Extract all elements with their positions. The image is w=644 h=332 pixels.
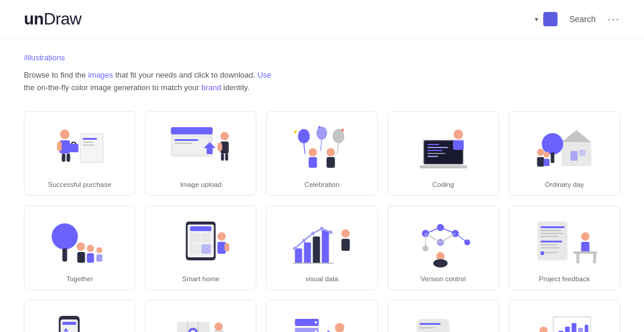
svg-rect-146	[416, 319, 449, 332]
svg-rect-112	[576, 254, 579, 263]
card-image-visual-data	[274, 216, 370, 269]
header-controls: ▼ Search ···	[534, 12, 620, 26]
svg-rect-111	[573, 251, 597, 254]
svg-point-82	[329, 230, 333, 234]
svg-marker-46	[561, 130, 591, 142]
svg-point-83	[342, 229, 350, 238]
card-celebration[interactable]: Celebration	[266, 111, 377, 196]
card-image-upload[interactable]: Image upload	[145, 111, 256, 196]
svg-rect-18	[218, 143, 222, 151]
description: Browse to find the images that fit your …	[24, 69, 310, 94]
svg-point-57	[77, 242, 85, 251]
svg-rect-72	[225, 243, 230, 251]
svg-rect-31	[294, 130, 297, 133]
breadcrumb: /illustrations	[24, 53, 620, 62]
svg-rect-60	[87, 253, 94, 263]
card-image-growth-analytics	[516, 310, 612, 332]
svg-rect-28	[309, 157, 317, 168]
svg-rect-44	[453, 140, 463, 150]
svg-point-79	[302, 239, 306, 242]
card-label-project-feedback: Project feedback	[516, 275, 612, 282]
card-smart-home[interactable]: Smart home	[145, 205, 256, 290]
svg-point-51	[537, 149, 544, 156]
svg-rect-113	[593, 254, 596, 263]
svg-rect-73	[295, 248, 302, 263]
card-image-ordinary-day	[516, 121, 612, 175]
card-quick-chat[interactable]: Quick chat	[388, 300, 499, 332]
card-image-my-current-location	[153, 310, 249, 332]
svg-line-95	[455, 233, 467, 242]
svg-point-167	[539, 327, 547, 332]
svg-rect-41	[427, 156, 438, 157]
svg-rect-19	[221, 153, 224, 161]
svg-rect-163	[571, 323, 576, 332]
svg-point-49	[541, 133, 563, 155]
svg-point-5	[60, 130, 70, 139]
card-label-coding: Coding	[395, 181, 491, 188]
card-version-control[interactable]: Version control	[388, 205, 499, 290]
svg-rect-40	[427, 153, 445, 154]
svg-rect-54	[543, 159, 549, 166]
card-label-successful-purchase: Successful purchase	[32, 181, 128, 188]
svg-rect-100	[540, 226, 564, 228]
card-ordinary-day[interactable]: Ordinary day	[509, 111, 620, 196]
card-visual-data[interactable]: visual data	[266, 205, 377, 290]
svg-rect-76	[322, 230, 329, 263]
svg-point-109	[581, 232, 589, 241]
card-my-current-location[interactable]: My current location	[145, 300, 256, 332]
svg-rect-74	[304, 242, 311, 263]
svg-rect-69	[202, 244, 211, 254]
svg-rect-10	[69, 144, 79, 152]
card-image-server-push	[274, 310, 370, 332]
card-growth-analytics[interactable]: Growth analytics	[509, 300, 620, 332]
svg-rect-110	[581, 242, 589, 253]
svg-rect-3	[83, 142, 94, 143]
svg-rect-162	[565, 327, 569, 332]
card-project-feedback[interactable]: Project feedback	[509, 205, 620, 290]
card-image-successful-purchase	[32, 121, 128, 175]
card-label-version-control: Version control	[395, 275, 491, 282]
card-together[interactable]: Together	[24, 205, 135, 290]
svg-point-29	[327, 148, 335, 156]
search-button[interactable]: Search	[565, 12, 600, 26]
svg-rect-39	[427, 150, 442, 151]
card-server-push[interactable]: Server push	[266, 300, 377, 332]
images-link[interactable]: images	[88, 70, 113, 79]
svg-rect-67	[202, 233, 211, 242]
card-image-version-control	[395, 216, 491, 269]
brand-link[interactable]: brand	[202, 83, 221, 92]
color-swatch[interactable]	[543, 12, 558, 26]
svg-point-97	[436, 252, 444, 260]
svg-rect-65	[190, 226, 212, 231]
header: unDraw ▼ Search ···	[0, 0, 644, 39]
svg-point-78	[293, 247, 297, 250]
svg-line-26	[338, 143, 339, 154]
color-picker[interactable]: ▼	[534, 12, 558, 26]
svg-rect-102	[540, 233, 563, 234]
svg-rect-2	[83, 138, 97, 140]
svg-rect-42	[419, 165, 467, 168]
illustrations-grid: Successful purchase	[24, 111, 620, 332]
svg-line-24	[321, 140, 322, 151]
svg-rect-103	[540, 236, 558, 237]
card-coding[interactable]: Coding	[388, 111, 499, 196]
svg-rect-30	[327, 157, 335, 168]
svg-point-98	[433, 259, 447, 268]
svg-rect-84	[342, 239, 350, 251]
svg-point-80	[311, 232, 315, 235]
card-successful-purchase[interactable]: Successful purchase	[24, 111, 135, 196]
svg-rect-8	[62, 153, 66, 162]
card-image-celebration	[274, 121, 370, 175]
svg-rect-68	[190, 244, 200, 254]
card-image-quick-chat	[395, 310, 491, 332]
svg-rect-15	[175, 143, 193, 144]
svg-point-81	[320, 227, 324, 230]
more-button[interactable]: ···	[608, 13, 620, 26]
svg-point-53	[543, 152, 549, 158]
svg-rect-20	[225, 153, 228, 161]
svg-rect-50	[550, 152, 554, 163]
card-app-data[interactable]: App data	[24, 300, 135, 332]
logo: unDraw	[24, 10, 82, 29]
svg-point-61	[97, 247, 103, 253]
use-link[interactable]: Use	[258, 70, 271, 79]
